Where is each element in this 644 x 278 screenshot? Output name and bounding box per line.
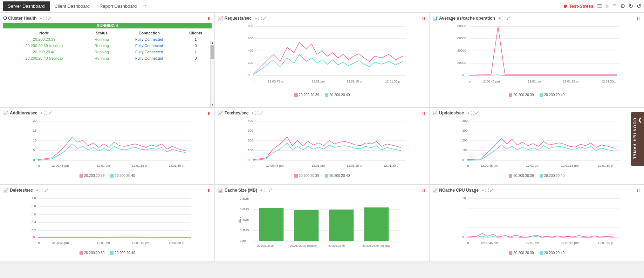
updates-chart: 400 300 200 100 0 n 12:00:45 pm 12:01 pm… — [432, 118, 641, 172]
svg-text:12:01 pm: 12:01 pm — [526, 241, 540, 245]
svg-text:12:01 pm: 12:01 pm — [311, 164, 325, 167]
svg-text:Size: Size — [238, 217, 241, 223]
cache-size-title: 📊 Cache Size (MB) ✦ ⛶ ⤢ — [218, 188, 426, 193]
cluster-title-icons: ✦ ⛶ ⤢ — [39, 16, 51, 20]
close-icon[interactable]: ↺ — [637, 3, 641, 9]
ncache-cpu-pause-button[interactable]: ⏸ — [636, 188, 641, 193]
col-status: Status — [85, 30, 118, 36]
cache-size-chart: 0.8MB 0.6MB 0.4MB 0.2MB 0MB Size 20.200.… — [218, 195, 426, 253]
cluster-node-ip: 20.200.20.39 (replica) — [3, 42, 85, 49]
cluster-node-clients: 0 — [180, 55, 212, 61]
svg-text:10: 10 — [33, 139, 36, 142]
requests-legend-node1: 20.200.20.39 — [294, 93, 319, 97]
counter-panel-tab[interactable]: COUNTER PANEL — [631, 112, 644, 166]
svg-text:12:01:15 pm: 12:01:15 pm — [347, 164, 364, 167]
refresh-icon[interactable]: ↻ — [629, 3, 633, 9]
svg-text:n: n — [38, 241, 40, 245]
svg-text:0.8: 0.8 — [32, 204, 36, 208]
avg-cache-chart: 80000 60000 40000 20000 0 n 12:00:45 pm … — [432, 23, 641, 91]
svg-text:400: 400 — [463, 119, 468, 123]
svg-text:12:01:30 p: 12:01:30 p — [383, 164, 398, 167]
svg-text:0.6MB: 0.6MB — [240, 207, 249, 211]
cache-size-title-icons: ✦ ⛶ ⤢ — [260, 188, 272, 192]
settings-icon[interactable]: ⚙ — [620, 3, 625, 9]
svg-text:0MB: 0MB — [240, 239, 246, 243]
cluster-table-row: 20.200.20.40 (replica) Running Fully Con… — [3, 55, 212, 61]
cluster-node-connection: Fully Connected — [118, 42, 180, 49]
fetches-icon: 📈 — [218, 111, 223, 115]
cluster-table-row: 20.200.20.39 (replica) Running Fully Con… — [3, 42, 212, 49]
additions-panel: 📈 Additions/sec ✦ ⛶ ⤢ 20 15 10 5 0 n 12:… — [0, 107, 215, 185]
svg-text:n: n — [467, 164, 469, 167]
svg-rect-106 — [364, 207, 389, 241]
avg-cache-legend-node2: 20.200.20.40 — [540, 93, 564, 97]
svg-text:12:00:45 pm: 12:00:45 pm — [51, 241, 69, 245]
svg-text:1.0: 1.0 — [32, 196, 36, 200]
updates-title: 📈 Updates/sec ✦ ⛶ ⤢ — [432, 111, 641, 115]
svg-text:n: n — [253, 80, 254, 83]
deletes-pause-button[interactable]: ⏸ — [207, 188, 212, 193]
deletes-legend: 20.200.20.39 20.200.20.40 — [3, 251, 212, 255]
avg-cache-pause-button[interactable]: ⏸ — [636, 16, 641, 21]
ncache-cpu-icon: 📈 — [432, 188, 438, 193]
svg-text:20.200.20.39: 20.200.20.39 — [257, 244, 274, 247]
cluster-table-row: 20.200.20.40 Running Fully Connected 1 — [3, 49, 212, 55]
additions-legend: 20.200.20.39 20.200.20.40 — [3, 174, 212, 178]
cluster-pause-button[interactable]: ⏸ — [207, 16, 212, 21]
dashboard-grid: ⬡ Cluster Health ✦ ⛶ ⤢ RUNNING 4 Node St… — [0, 13, 644, 262]
cluster-node-status: Running — [85, 36, 118, 42]
tab-report-dashboard[interactable]: Report Dashboard — [95, 1, 142, 11]
deletes-panel: 📈 Deletes/sec ✦ ⛶ ⤢ 1.0 0.8 0.6 0.4 0.2 … — [0, 185, 215, 262]
svg-text:0: 0 — [463, 236, 464, 239]
svg-text:200: 200 — [248, 61, 253, 65]
svg-text:12:01 pm: 12:01 pm — [526, 164, 540, 167]
tab-server-dashboard[interactable]: Server Dashboard — [3, 1, 50, 11]
svg-text:0: 0 — [33, 158, 35, 162]
fetches-pause-button[interactable]: ⏸ — [421, 111, 426, 116]
svg-rect-104 — [294, 210, 318, 241]
deletes-title-icons: ✦ ⛶ ⤢ — [36, 188, 48, 192]
fetches-chart: 400 300 200 100 0 n 12:00:45 pm 12:01 pm… — [218, 118, 426, 172]
additions-icon: 📈 — [3, 111, 8, 115]
scroll-down[interactable]: ▼ — [211, 103, 214, 106]
deletes-title: 📈 Deletes/sec ✦ ⛶ ⤢ — [3, 188, 212, 193]
fetches-legend-node2: 20.200.20.40 — [325, 174, 350, 178]
svg-text:12:01:30 p: 12:01:30 p — [602, 80, 617, 83]
svg-text:20.200.20.39 (replica): 20.200.20.39 (replica) — [290, 244, 317, 247]
svg-text:12:00:45 pm: 12:00:45 pm — [481, 241, 498, 245]
svg-text:12:00:45 pm: 12:00:45 pm — [266, 164, 283, 167]
hamburger-single-icon[interactable]: ☰ — [597, 3, 602, 9]
scrollbar-thumb[interactable] — [211, 45, 214, 59]
svg-text:400: 400 — [248, 119, 253, 123]
fetches-panel: 📈 Fetches/sec ✦ ⛶ ⤢ 400 300 200 100 0 n … — [215, 107, 430, 185]
requests-pause-button[interactable]: ⏸ — [421, 16, 426, 21]
avg-cache-title: 📊 Average us/cache operation ✦ ⛶ ⤢ — [432, 16, 641, 21]
svg-text:0: 0 — [463, 158, 464, 162]
cluster-node-status: Running — [85, 49, 118, 55]
svg-text:12:01:30 p: 12:01:30 p — [598, 241, 613, 245]
cluster-node-connection: Fully Connected — [118, 36, 180, 42]
updates-title-icons: ✦ ⛶ ⤢ — [467, 111, 479, 115]
additions-chart: 20 15 10 5 0 n 12:00:45 pm 12:01 pm 12:0… — [3, 118, 212, 172]
cache-size-pause-button[interactable]: ⏸ — [421, 188, 426, 193]
hamburger-triple-icon[interactable]: ≣ — [612, 3, 617, 9]
svg-text:12:01:15 pm: 12:01:15 pm — [561, 241, 579, 245]
additions-pause-button[interactable]: ⏸ — [207, 111, 212, 116]
tab-client-dashboard[interactable]: Client Dashboard — [50, 1, 95, 11]
toolbar-icons: ☰ ≡ ≣ ⚙ ↻ ↺ — [597, 3, 641, 9]
svg-text:20000: 20000 — [458, 61, 466, 65]
svg-rect-105 — [329, 210, 354, 241]
svg-text:12:00:45 pm: 12:00:45 pm — [481, 164, 498, 167]
hamburger-double-icon[interactable]: ≡ — [605, 3, 609, 9]
svg-text:40000: 40000 — [458, 49, 466, 52]
fetches-legend-node1: 20.200.20.39 — [294, 174, 319, 178]
add-dashboard-button[interactable]: + — [143, 2, 147, 10]
cluster-scrollbar[interactable]: ▲ ▼ — [210, 41, 214, 107]
svg-text:0.2MB: 0.2MB — [240, 229, 249, 232]
svg-text:200: 200 — [463, 139, 468, 142]
svg-text:400: 400 — [248, 49, 253, 52]
scroll-up[interactable]: ▲ — [211, 41, 214, 45]
additions-legend-node1: 20.200.20.39 — [80, 174, 104, 178]
svg-text:12:01:30 p: 12:01:30 p — [169, 164, 184, 167]
cluster-node-clients: 1 — [180, 36, 212, 42]
